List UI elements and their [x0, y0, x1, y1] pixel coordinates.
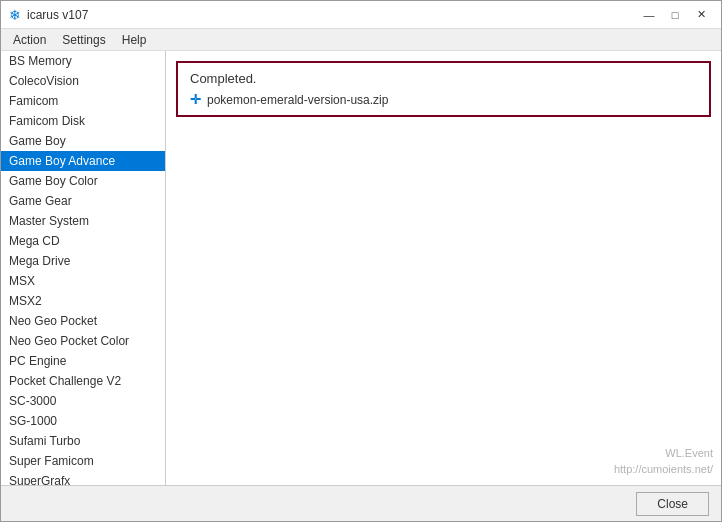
app-icon: ❄ [9, 7, 21, 23]
sidebar-item-master-system[interactable]: Master System [1, 211, 165, 231]
sidebar-item-neo-geo-pocket[interactable]: Neo Geo Pocket [1, 311, 165, 331]
sidebar-item-game-boy-advance[interactable]: Game Boy Advance [1, 151, 165, 171]
window-title: icarus v107 [27, 8, 88, 22]
sidebar-item-pocket-challenge-v2[interactable]: Pocket Challenge V2 [1, 371, 165, 391]
maximize-button[interactable]: □ [663, 5, 687, 25]
sidebar-item-mega-cd[interactable]: Mega CD [1, 231, 165, 251]
sidebar-item-supergrafx[interactable]: SuperGrafx [1, 471, 165, 485]
sidebar-item-pc-engine[interactable]: PC Engine [1, 351, 165, 371]
watermark-line2: http://cumoients.net/ [614, 462, 713, 477]
sidebar: BS Memory ColecoVision Famicom Famicom D… [1, 51, 166, 485]
file-icon: ✛ [190, 92, 201, 107]
sidebar-item-sc-3000[interactable]: SC-3000 [1, 391, 165, 411]
completed-box: Completed. ✛ pokemon-emerald-version-usa… [176, 61, 711, 117]
window-close-button[interactable]: ✕ [689, 5, 713, 25]
sidebar-item-sg-1000[interactable]: SG-1000 [1, 411, 165, 431]
sidebar-item-sufami-turbo[interactable]: Sufami Turbo [1, 431, 165, 451]
menu-help[interactable]: Help [114, 31, 155, 49]
title-bar-left: ❄ icarus v107 [9, 7, 88, 23]
sidebar-item-super-famicom[interactable]: Super Famicom [1, 451, 165, 471]
sidebar-item-game-boy[interactable]: Game Boy [1, 131, 165, 151]
sidebar-item-msx2[interactable]: MSX2 [1, 291, 165, 311]
sidebar-item-game-gear[interactable]: Game Gear [1, 191, 165, 211]
sidebar-item-famicom-disk[interactable]: Famicom Disk [1, 111, 165, 131]
sidebar-item-msx[interactable]: MSX [1, 271, 165, 291]
main-content: BS Memory ColecoVision Famicom Famicom D… [1, 51, 721, 485]
sidebar-item-bs-memory[interactable]: BS Memory [1, 51, 165, 71]
sidebar-item-famicom[interactable]: Famicom [1, 91, 165, 111]
close-button[interactable]: Close [636, 492, 709, 516]
title-bar: ❄ icarus v107 — □ ✕ [1, 1, 721, 29]
menu-action[interactable]: Action [5, 31, 54, 49]
watermark-line1: WL.Event [614, 446, 713, 461]
sidebar-item-game-boy-color[interactable]: Game Boy Color [1, 171, 165, 191]
file-name: pokemon-emerald-version-usa.zip [207, 93, 388, 107]
sidebar-item-colecovision[interactable]: ColecoVision [1, 71, 165, 91]
menu-settings[interactable]: Settings [54, 31, 113, 49]
sidebar-item-mega-drive[interactable]: Mega Drive [1, 251, 165, 271]
minimize-button[interactable]: — [637, 5, 661, 25]
content-area: Completed. ✛ pokemon-emerald-version-usa… [166, 51, 721, 485]
menu-bar: Action Settings Help [1, 29, 721, 51]
title-bar-buttons: — □ ✕ [637, 5, 713, 25]
sidebar-item-neo-geo-pocket-color[interactable]: Neo Geo Pocket Color [1, 331, 165, 351]
file-item: ✛ pokemon-emerald-version-usa.zip [190, 92, 697, 107]
watermark: WL.Event http://cumoients.net/ [614, 446, 713, 477]
completed-label: Completed. [190, 71, 697, 86]
main-window: ❄ icarus v107 — □ ✕ Action Settings Help… [0, 0, 722, 522]
footer: Close [1, 485, 721, 521]
